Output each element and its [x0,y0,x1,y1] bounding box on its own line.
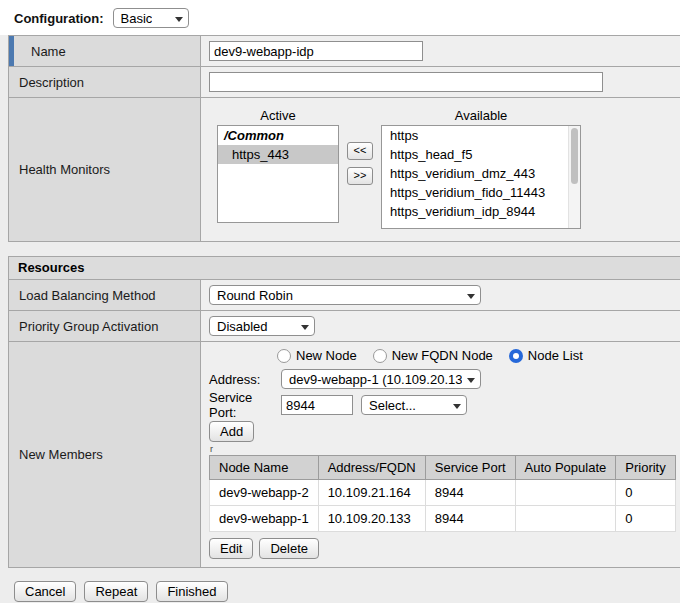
chevron-down-icon [301,325,309,330]
description-row: Description [9,67,680,98]
available-monitor-item[interactable]: https_veridium_idp_8944 [382,202,580,221]
radio-unselected-icon [277,349,291,363]
partition-item[interactable]: /Common [218,126,338,145]
repeat-button[interactable]: Repeat [84,581,148,602]
description-label-cell: Description [9,67,201,97]
name-label-cell: Name [9,36,201,66]
priority-group-label-cell: Priority Group Activation [9,311,201,341]
priority-group-select[interactable]: Disabled [209,316,315,336]
load-balancing-select[interactable]: Round Robin [209,285,481,305]
footer-button-bar: Cancel Repeat Finished [0,568,680,602]
chevron-down-icon [467,294,475,299]
radio-new-fqdn-node[interactable]: New FQDN Node [373,348,493,363]
configuration-select[interactable]: Basic [113,8,189,28]
configuration-row: Configuration: Basic [0,0,680,35]
address-select[interactable]: dev9-webapp-1 (10.109.20.133) [281,369,481,389]
active-monitors-column: Active /Common https_443 [217,108,339,223]
radio-new-fqdn-node-label: New FQDN Node [392,348,493,363]
member-row[interactable]: dev9-webapp-1 10.109.20.133 8944 0 [210,506,676,532]
service-port-input[interactable] [281,395,353,415]
new-members-row: New Members New Node New FQDN Node Node … [9,342,680,567]
member-priority: 0 [616,506,675,532]
description-input[interactable] [209,72,603,92]
address-label: Address: [209,372,281,387]
configuration-select-value: Basic [121,11,153,26]
description-content-cell [201,67,680,97]
load-balancing-row: Load Balancing Method Round Robin [9,280,680,311]
resources-table: Resources Load Balancing Method Round Ro… [8,256,680,568]
member-auto-populate [515,480,616,506]
radio-node-list[interactable]: Node List [509,348,583,363]
member-address: 10.109.20.133 [318,506,425,532]
scrollbar-thumb[interactable] [571,128,578,184]
available-monitor-item[interactable]: https_veridium_dmz_443 [382,164,580,183]
member-node-name: dev9-webapp-2 [210,480,319,506]
pool-configuration-page: Configuration: Basic Name Description [0,0,680,603]
new-members-label-cell: New Members [9,342,201,567]
member-address: 10.109.21.164 [318,480,425,506]
active-monitor-item-selected[interactable]: https_443 [218,145,338,164]
col-priority: Priority [616,456,675,480]
member-service-port: 8944 [425,480,515,506]
resources-section-title: Resources [18,260,84,275]
new-members-label: New Members [19,447,103,462]
chevron-down-icon [175,17,183,22]
active-monitors-listbox[interactable]: /Common https_443 [217,125,339,223]
add-button[interactable]: Add [209,421,254,442]
radio-unselected-icon [373,349,387,363]
col-node-name: Node Name [210,456,319,480]
address-select-value: dev9-webapp-1 (10.109.20.133) [289,372,462,387]
member-row[interactable]: dev9-webapp-2 10.109.21.164 8944 0 [210,480,676,506]
service-port-select[interactable]: Select... [361,395,467,415]
health-monitors-label-cell: Health Monitors [9,98,201,241]
members-table: Node Name Address/FQDN Service Port Auto… [209,455,676,532]
load-balancing-label-cell: Load Balancing Method [9,280,201,310]
member-action-buttons: Edit Delete [209,538,676,559]
load-balancing-content-cell: Round Robin [201,280,680,310]
load-balancing-label: Load Balancing Method [19,288,156,303]
radio-selected-icon [509,349,523,363]
service-port-line: Service Port: Select... [209,394,676,416]
service-port-label: Service Port: [209,390,281,420]
available-monitors-column: Available https https_head_f5 https_veri… [381,108,581,229]
radio-new-node-label: New Node [296,348,357,363]
general-properties-table: Name Description Health Monitors Active [8,35,680,242]
members-table-header-row: Node Name Address/FQDN Service Port Auto… [210,456,676,480]
available-monitors-listbox[interactable]: https https_head_f5 https_veridium_dmz_4… [381,125,581,229]
finished-button[interactable]: Finished [156,581,227,602]
name-label: Name [31,44,66,59]
available-monitor-item[interactable]: https [382,126,580,145]
chevron-down-icon [453,404,461,409]
available-monitor-item[interactable]: https_veridium_fido_11443 [382,183,580,202]
edit-button[interactable]: Edit [209,538,253,559]
col-service-port: Service Port [425,456,515,480]
listbox-scrollbar[interactable] [568,126,580,228]
health-monitors-picker: Active /Common https_443 << >> Available [209,102,672,237]
service-port-select-value: Select... [369,398,416,413]
health-monitors-content-cell: Active /Common https_443 << >> Available [201,98,680,241]
member-service-port: 8944 [425,506,515,532]
member-node-name: dev9-webapp-1 [210,506,319,532]
name-input[interactable] [209,41,423,61]
priority-group-select-value: Disabled [217,319,268,334]
cancel-button[interactable]: Cancel [14,581,76,602]
name-content-cell [201,36,680,66]
priority-group-row: Priority Group Activation Disabled [9,311,680,342]
description-label: Description [19,75,84,90]
address-line: Address: dev9-webapp-1 (10.109.20.133) [209,368,676,390]
active-monitors-title: Active [217,108,339,123]
available-monitor-item[interactable]: https_head_f5 [382,145,580,164]
stray-text: r [210,444,676,454]
required-indicator [9,36,14,66]
configuration-label: Configuration: [14,11,104,26]
move-to-available-button[interactable]: >> [347,167,373,185]
move-to-active-button[interactable]: << [347,142,373,160]
member-priority: 0 [616,480,675,506]
add-button-row: Add [209,421,676,442]
delete-button[interactable]: Delete [259,538,319,559]
health-monitors-label: Health Monitors [19,162,110,177]
priority-group-label: Priority Group Activation [19,319,158,334]
available-monitors-title: Available [381,108,581,123]
radio-new-node[interactable]: New Node [277,348,357,363]
load-balancing-select-value: Round Robin [217,288,293,303]
